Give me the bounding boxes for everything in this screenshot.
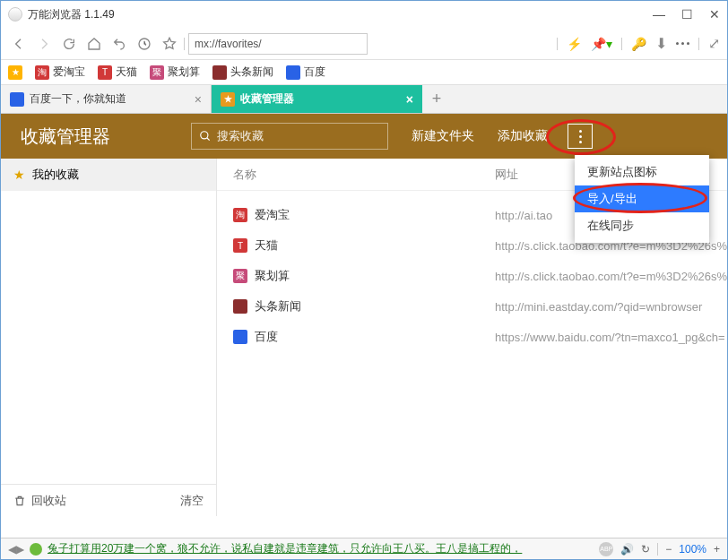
tab-close-icon[interactable]: ×: [195, 92, 202, 107]
bookmark-aitaobao[interactable]: 淘爱淘宝: [35, 65, 85, 80]
search-input[interactable]: 搜索收藏: [191, 123, 388, 150]
bolt-icon[interactable]: ⚡: [567, 37, 582, 51]
tab-close-icon[interactable]: ×: [406, 92, 413, 107]
status-toggle-icon[interactable]: ◀▶: [8, 543, 24, 556]
favicon-icon: T: [233, 238, 247, 253]
reload-button[interactable]: [58, 33, 80, 55]
expand-icon[interactable]: ⤢: [708, 35, 720, 52]
svg-point-1: [201, 132, 208, 139]
tab-favorites-manager[interactable]: ★ 收藏管理器 ×: [212, 85, 422, 113]
favorite-name: 头条新闻: [255, 298, 301, 314]
favorite-url: http://s.click.taobao.com/t?e=m%3D2%26s%: [495, 270, 727, 283]
menu-import-export[interactable]: 导入/导出: [575, 185, 709, 212]
trash-icon: [13, 495, 26, 507]
bookmark-toutiao[interactable]: 头条新闻: [212, 65, 273, 80]
close-button[interactable]: ✕: [709, 7, 720, 22]
history-button[interactable]: [134, 33, 155, 55]
favorite-url: http://mini.eastday.com/?qid=wnbrowser: [495, 300, 727, 314]
zoom-level: 100%: [679, 543, 706, 556]
menu-sync[interactable]: 在线同步: [575, 212, 709, 239]
recycle-bin-button[interactable]: 回收站: [13, 493, 66, 509]
favicon-icon: [233, 330, 247, 344]
download-icon[interactable]: ⬇: [655, 35, 667, 52]
search-icon: [199, 130, 212, 142]
more-dropdown: 更新站点图标 导入/导出 在线同步: [575, 155, 709, 243]
tab-baidu[interactable]: 百度一下，你就知道 ×: [1, 85, 212, 113]
pin-icon[interactable]: 📌▾: [591, 37, 612, 51]
column-name-header: 名称: [217, 167, 495, 183]
page-title: 收藏管理器: [21, 125, 110, 149]
maximize-button[interactable]: ☐: [681, 7, 693, 22]
new-folder-button[interactable]: 新建文件夹: [412, 128, 474, 144]
star-icon: ★: [13, 168, 25, 182]
home-button[interactable]: [83, 33, 105, 55]
bookmark-baidu[interactable]: 百度: [286, 65, 325, 80]
minimize-button[interactable]: —: [653, 7, 665, 22]
zoom-out-button[interactable]: −: [665, 543, 672, 556]
favorite-row[interactable]: 聚聚划算http://s.click.taobao.com/t?e=m%3D2%…: [217, 261, 727, 291]
volume-icon[interactable]: 🔊: [620, 543, 634, 556]
status-link[interactable]: 兔子打算用20万建一个窝，狼不允许，说私自建就是违章建筑，只允许向王八买。王八是…: [48, 541, 599, 556]
clear-button[interactable]: 清空: [180, 493, 204, 509]
bookmark-juhuasuan[interactable]: 聚聚划算: [150, 65, 200, 80]
favorite-url: https://www.baidu.com/?tn=maxco1_pg&ch=: [495, 331, 727, 344]
favicon-icon: 聚: [233, 269, 247, 283]
abp-icon[interactable]: ABP: [599, 542, 613, 556]
url-input[interactable]: mx://favorites/: [188, 33, 368, 55]
more-menu-button[interactable]: [568, 124, 593, 149]
menu-button[interactable]: [676, 42, 689, 45]
sidebar-my-favorites[interactable]: ★ 我的收藏: [1, 159, 216, 191]
forward-button[interactable]: [33, 33, 55, 55]
new-tab-button[interactable]: +: [422, 85, 451, 113]
app-icon: [8, 7, 22, 22]
bookmarks-star-button[interactable]: ★: [8, 65, 22, 80]
favorite-star-button[interactable]: [159, 33, 180, 55]
key-icon[interactable]: 🔑: [631, 37, 646, 51]
status-indicator-icon: [30, 543, 42, 556]
undo-button[interactable]: [108, 33, 130, 55]
favicon-icon: [233, 299, 247, 314]
favorite-row[interactable]: 头条新闻http://mini.eastday.com/?qid=wnbrows…: [217, 291, 727, 322]
favicon-icon: 淘: [233, 208, 247, 222]
favorite-name: 聚划算: [255, 268, 290, 284]
zoom-in-button[interactable]: +: [714, 543, 720, 556]
add-favorite-button[interactable]: 添加收藏: [498, 128, 548, 144]
menu-update-icons[interactable]: 更新站点图标: [575, 159, 709, 185]
refresh-small-icon[interactable]: ↻: [641, 543, 650, 556]
bookmark-tmall[interactable]: T天猫: [98, 65, 137, 80]
back-button[interactable]: [8, 33, 30, 55]
favorite-name: 百度: [255, 329, 278, 345]
favorite-name: 爱淘宝: [255, 207, 290, 223]
favorite-name: 天猫: [255, 237, 278, 254]
favorite-row[interactable]: 百度https://www.baidu.com/?tn=maxco1_pg&ch…: [217, 322, 727, 352]
window-title: 万能浏览器 1.1.49: [28, 7, 115, 22]
